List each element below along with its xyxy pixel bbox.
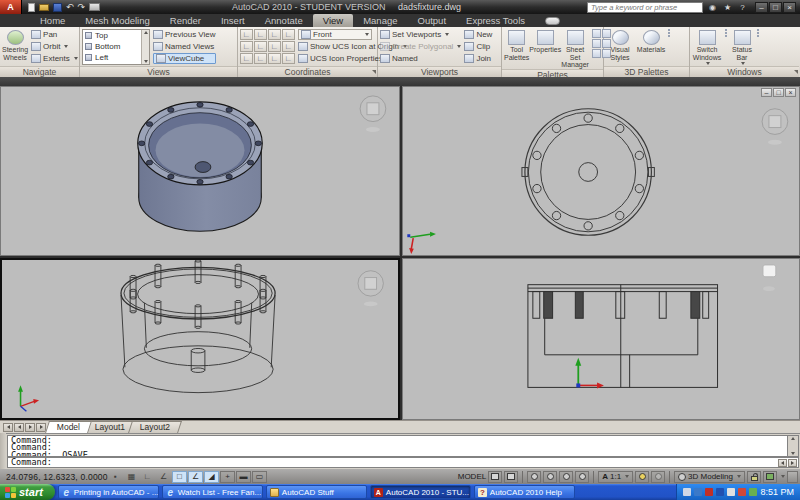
taskbar-item-folder[interactable]: AutoCAD Stuff [266,485,367,499]
command-input[interactable]: Command: [7,457,799,468]
views-list[interactable]: Top Bottom Left [82,29,150,65]
ucs-tool-icon[interactable] [268,41,281,52]
panel-label-palettes[interactable]: Palettes [502,69,603,78]
visual-styles-button[interactable]: Visual Styles [606,29,634,61]
bluetooth-icon[interactable] [716,488,724,496]
antivirus-icon[interactable] [705,488,713,496]
command-scrollbar[interactable] [787,436,798,456]
cascade-icon[interactable] [725,35,727,37]
taskbar-item-help[interactable]: AutoCAD 2010 Help [474,485,575,499]
app-menu-button[interactable]: A [0,0,22,14]
sheet-set-manager-button[interactable]: Sheet Set Manager [561,29,589,69]
tab-annotate[interactable]: Annotate [255,14,313,27]
panel-label-navigate[interactable]: Navigate [0,66,79,77]
scroll-up-icon[interactable] [144,31,148,34]
viewport-new-button[interactable]: New [464,29,492,40]
volume-icon[interactable] [683,488,691,496]
snap-toggle[interactable]: ▪ [108,471,123,483]
named-views-button[interactable]: Named Views [153,41,216,52]
extents-button[interactable]: Extents [31,53,78,64]
otrack-toggle[interactable]: ∠ [188,471,203,483]
layout-button[interactable] [504,471,518,483]
views-list-item-top[interactable]: Top [83,30,149,41]
panel-launcher-icon[interactable] [372,70,376,74]
grid-toggle[interactable]: ▦ [124,471,139,483]
camera-icon[interactable] [757,32,759,34]
minimize-button[interactable]: – [755,2,768,13]
tile-horizontal-icon[interactable] [725,29,727,31]
panel-label-views[interactable]: Views [80,66,237,77]
annotation-scale-button[interactable]: A 1:1 [598,471,633,483]
annotation-visibility-icon[interactable] [635,471,649,483]
search-icon[interactable]: ◉ [707,2,718,13]
set-viewports-button[interactable]: Set Viewports [380,29,461,40]
ortho-toggle[interactable]: ∟ [140,471,155,483]
palette-icon[interactable] [592,49,601,58]
viewport-shaded-iso[interactable] [0,86,400,256]
zoom-tool-icon[interactable] [543,471,557,483]
communication-center-icon[interactable]: ★ [722,2,733,13]
plot-icon[interactable] [89,3,100,11]
taskbar-item-watchlist[interactable]: Watch List - Free Fan... [162,485,263,499]
doc-close-button[interactable]: × [785,88,796,97]
infocenter-toggle-icon[interactable] [545,17,560,25]
viewcube-button[interactable]: ViewCube [153,53,216,64]
graphics-icon[interactable] [749,488,757,496]
panel-label-windows[interactable]: Windows [690,66,799,77]
polar-toggle[interactable]: ∠ [156,471,171,483]
status-bar-button[interactable]: Status Bar [730,29,754,65]
ucs-tool-icon[interactable] [240,29,253,40]
status-menu-icon[interactable] [781,475,785,478]
views-list-scrollbar[interactable] [141,30,149,64]
close-button[interactable]: × [783,2,796,13]
taskbar-item-printing[interactable]: Printing in AutoCAD - ... [58,485,159,499]
save-icon[interactable] [53,3,62,12]
viewport-wireframe-front[interactable] [402,258,800,420]
properties-button[interactable]: Properties [532,29,558,54]
clock[interactable]: 8:51 PM [760,487,794,497]
materials-button[interactable]: Materials [637,29,665,54]
dyn-toggle[interactable]: + [220,471,235,483]
showmotion-tool-icon[interactable] [575,471,589,483]
ucs-tool-icon[interactable] [254,41,267,52]
tab-view[interactable]: View [313,14,353,27]
toolbar-lock-icon[interactable] [747,471,761,483]
clean-screen-button[interactable] [787,471,798,483]
ucs-tool-icon[interactable] [254,29,267,40]
tool-palettes-button[interactable]: Tool Palettes [504,29,529,61]
tab-express-tools[interactable]: Express Tools [456,14,535,27]
open-file-icon[interactable] [39,4,49,11]
named-ucs-dropdown[interactable]: Front [298,29,372,40]
panel-label-coordinates[interactable]: Coordinates [238,66,377,77]
autoscale-icon[interactable] [651,471,665,483]
scroll-up-icon[interactable] [791,437,795,440]
pan-button[interactable]: Pan [31,29,78,40]
command-history[interactable]: Command: Command: Command: _QSAVE [7,435,799,457]
first-tab-icon[interactable] [3,423,13,432]
scroll-right-icon[interactable] [788,459,797,467]
security-icon[interactable] [738,488,746,496]
scroll-down-icon[interactable] [791,452,795,455]
performance-icon[interactable] [763,471,777,483]
ucs-tool-icon[interactable] [240,41,253,52]
osnap-toggle[interactable]: □ [172,471,187,483]
viewport-join-button[interactable]: Join [464,53,492,64]
start-button[interactable]: start [0,484,55,500]
tab-mesh-modeling[interactable]: Mesh Modeling [75,14,159,27]
pencil-icon[interactable] [757,29,759,31]
text-window-icon[interactable] [757,35,759,37]
views-list-item-left[interactable]: Left [83,52,149,63]
lights-palette-icon[interactable] [668,32,670,34]
ucs-tool-icon[interactable] [282,53,295,64]
panel-label-viewports[interactable]: Viewports [378,66,501,77]
last-tab-icon[interactable] [36,423,46,432]
update-icon[interactable] [727,488,735,496]
redo-icon[interactable]: ↷ [78,3,86,12]
previous-view-button[interactable]: Previous View [153,29,216,40]
tab-manage[interactable]: Manage [353,14,407,27]
tab-render[interactable]: Render [160,14,211,27]
ucs-tool-icon[interactable] [240,53,253,64]
network-icon[interactable] [694,488,702,496]
qp-toggle[interactable]: ▭ [252,471,267,483]
model-button[interactable] [488,471,502,483]
